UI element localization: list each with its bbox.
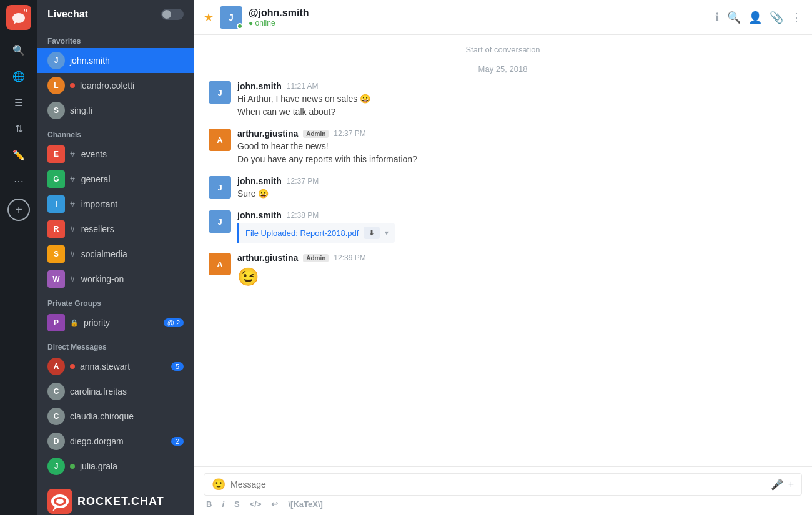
sidebar-item-label: priority	[84, 318, 110, 328]
msg-header: john.smith 12:38 PM	[237, 210, 797, 220]
msg-avatar-john3: J	[209, 210, 231, 233]
sidebar-item-claudia[interactable]: C claudia.chiroque	[37, 404, 194, 429]
sidebar-item-anna[interactable]: A anna.stewart 5	[37, 354, 194, 379]
chat-input-area: 🙂 🎤 + B i S </> ↩ \[KaTeX\]	[194, 466, 812, 515]
msg-time: 11:21 AM	[287, 82, 319, 91]
bold-button[interactable]: B	[206, 499, 212, 509]
globe-icon[interactable]: 🌐	[7, 65, 30, 87]
avatar-john-smith: J	[47, 52, 65, 69]
sort-icon[interactable]: ⇅	[7, 117, 30, 140]
msg-avatar-john1: J	[209, 81, 231, 104]
avatar-priority: P	[47, 314, 65, 331]
chat-messages: Start of conversation May 25, 2018 J joh…	[194, 35, 812, 466]
sidebar-item-carolina[interactable]: C carolina.freitas	[37, 379, 194, 404]
msg-author: arthur.giustina	[237, 129, 298, 139]
message-input[interactable]	[230, 479, 766, 489]
info-icon[interactable]: ℹ	[715, 11, 720, 24]
date-separator: May 25, 2018	[209, 64, 797, 74]
channel-hash: #	[70, 174, 75, 184]
file-name[interactable]: File Uploaded: Report-2018.pdf	[245, 228, 359, 238]
attachment-icon[interactable]: 📎	[770, 11, 783, 24]
msg-avatar-arthur1: A	[209, 129, 231, 151]
kebab-icon[interactable]: ⋮	[791, 11, 802, 24]
strikethrough-button[interactable]: S	[234, 499, 240, 509]
msg-text: 😉	[237, 264, 797, 290]
sidebar-brand: ROCKET.CHAT	[37, 479, 194, 515]
chat-header-info: @john.smith ● online	[249, 7, 709, 27]
katex-button[interactable]: \[KaTeX\]	[288, 499, 322, 509]
chat-header-avatar: J	[220, 6, 242, 29]
sidebar-item-working-on[interactable]: W # working-on	[37, 267, 194, 292]
search-icon[interactable]: 🔍	[7, 39, 30, 61]
add-button[interactable]: +	[7, 199, 30, 221]
message-group: J john.smith 12:38 PM File Uploaded: Rep…	[209, 210, 797, 243]
sidebar-item-label: julia.grala	[80, 461, 117, 471]
diego-badge: 2	[171, 437, 184, 446]
channel-hash: #	[70, 224, 75, 234]
avatar-important: I	[47, 195, 65, 213]
sidebar-item-leandro[interactable]: L leandro.coletti	[37, 73, 194, 98]
sidebar-item-diego[interactable]: D diego.dorgam 2	[37, 429, 194, 454]
admin-badge: Admin	[303, 254, 329, 262]
channel-hash: #	[70, 199, 75, 209]
channel-hash: #	[70, 249, 75, 259]
avatar-leandro: L	[47, 77, 65, 94]
sidebar-item-priority[interactable]: P 🔒 priority @ 2	[37, 310, 194, 335]
msg-author: john.smith	[237, 210, 282, 220]
sidebar-item-john-smith[interactable]: J john.smith	[37, 48, 194, 73]
chat-area: ★ J @john.smith ● online ℹ 🔍 👤 📎 ⋮ Start…	[194, 0, 812, 515]
msg-header: arthur.giustina Admin 12:39 PM	[237, 253, 797, 263]
file-expand-button[interactable]: ▾	[385, 228, 389, 237]
avatar-socialmedia: S	[47, 245, 65, 263]
star-icon[interactable]: ★	[204, 11, 214, 24]
msg-header: john.smith 11:21 AM	[237, 81, 797, 91]
sidebar-item-julia[interactable]: J julia.grala	[37, 454, 194, 479]
sidebar-title: Livechat	[47, 9, 88, 20]
sidebar-item-label: working-on	[81, 274, 124, 284]
msg-time: 12:38 PM	[287, 211, 319, 220]
avatar-claudia: C	[47, 408, 65, 425]
msg-content-arthur1: arthur.giustina Admin 12:37 PM Good to h…	[237, 129, 797, 166]
msg-text: Sure 😀	[237, 187, 797, 200]
more-icon[interactable]: ⋯	[7, 170, 30, 192]
toggle-thumb	[162, 10, 171, 19]
status-julia	[70, 464, 75, 469]
avatar-resellers: R	[47, 220, 65, 238]
sidebar-item-events[interactable]: E # events	[37, 142, 194, 167]
search-icon[interactable]: 🔍	[727, 11, 741, 24]
msg-content-john2: john.smith 12:37 PM Sure 😀	[237, 176, 797, 200]
sidebar-item-general[interactable]: G # general	[37, 167, 194, 192]
sidebar-item-label: anna.stewart	[80, 361, 130, 371]
add-content-icon[interactable]: +	[788, 479, 794, 490]
file-download-button[interactable]: ⬇	[364, 227, 380, 239]
italic-button[interactable]: i	[222, 499, 224, 509]
sidebar-item-resellers[interactable]: R # resellers	[37, 217, 194, 242]
icon-bar: 9 🔍 🌐 ☰ ⇅ ✏️ ⋯ +	[0, 0, 37, 515]
members-icon[interactable]: 👤	[748, 11, 762, 24]
rocket-chat-logo	[47, 489, 72, 514]
code-button[interactable]: </>	[250, 499, 262, 509]
livechat-toggle[interactable]	[161, 9, 184, 20]
sidebar-item-sing[interactable]: S sing.li	[37, 98, 194, 123]
microphone-icon[interactable]: 🎤	[771, 479, 783, 491]
msg-text: Good to hear the news!	[237, 140, 797, 153]
msg-avatar-arthur2: A	[209, 253, 231, 275]
sidebar-item-label: claudia.chiroque	[70, 411, 134, 421]
sidebar-item-socialmedia[interactable]: S # socialmedia	[37, 242, 194, 267]
chat-header-status: ● online	[249, 19, 709, 27]
sidebar-item-label: sing.li	[70, 105, 92, 115]
chat-header-name: @john.smith	[249, 7, 709, 19]
msg-header: arthur.giustina Admin 12:37 PM	[237, 129, 797, 139]
emoji-button[interactable]: 🙂	[212, 478, 225, 491]
list-icon[interactable]: ☰	[7, 91, 30, 114]
app-icon[interactable]: 9	[6, 5, 31, 30]
sidebar-item-important[interactable]: I # important	[37, 192, 194, 217]
multiline-button[interactable]: ↩	[271, 499, 278, 509]
avatar-sing: S	[47, 102, 65, 119]
file-attachment: File Uploaded: Report-2018.pdf ⬇ ▾	[237, 223, 395, 243]
status-leandro	[70, 83, 75, 88]
msg-content-john3: john.smith 12:38 PM File Uploaded: Repor…	[237, 210, 797, 243]
avatar-letter: J	[229, 12, 234, 22]
avatar-anna: A	[47, 358, 65, 375]
edit-icon[interactable]: ✏️	[7, 144, 30, 166]
